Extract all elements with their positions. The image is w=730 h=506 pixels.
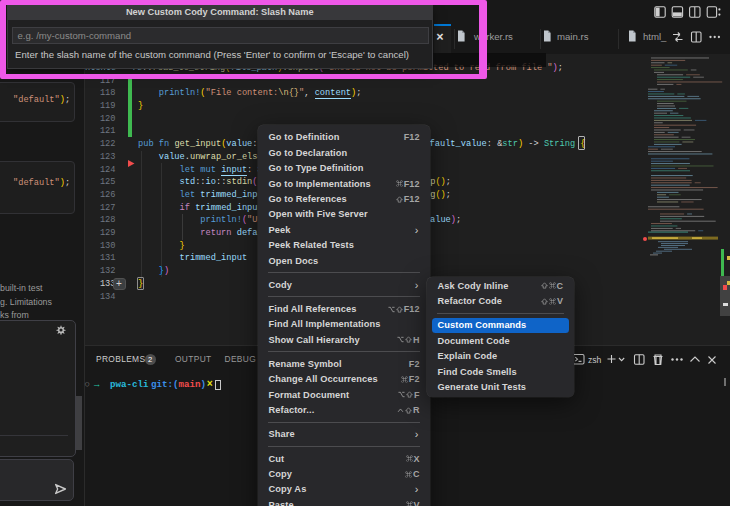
svg-text:zsh: zsh (588, 355, 602, 365)
